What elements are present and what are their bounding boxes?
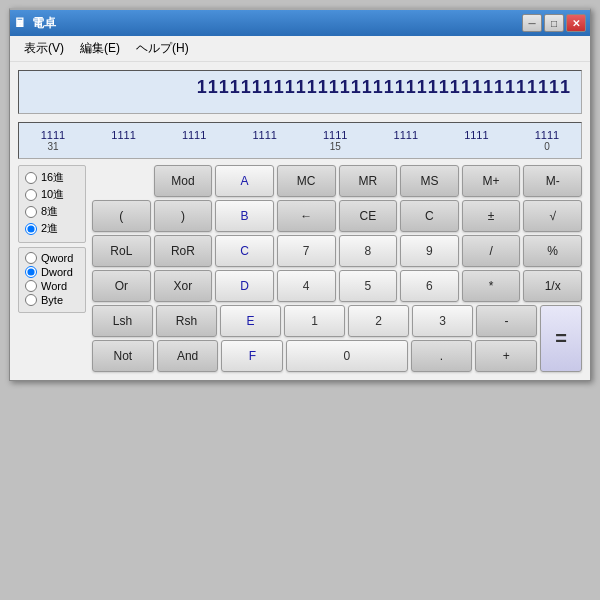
radio-word[interactable]: Word xyxy=(25,280,79,292)
radio-bin-input[interactable] xyxy=(25,223,37,235)
btn-C[interactable]: C xyxy=(400,200,459,232)
btn-Lsh[interactable]: Lsh xyxy=(92,305,153,337)
btn-C-hex[interactable]: C xyxy=(215,235,274,267)
btn-div[interactable]: / xyxy=(462,235,521,267)
btn-dot[interactable]: . xyxy=(411,340,473,372)
bit-group-5: 1111 xyxy=(380,129,432,152)
radio-hex-input[interactable] xyxy=(25,172,37,184)
radio-dec[interactable]: 10進 xyxy=(25,187,79,202)
bit-group-2: 1111 xyxy=(168,129,220,152)
btn-rparen[interactable]: ) xyxy=(154,200,213,232)
base-radio-group: 16進 10進 8進 2進 xyxy=(18,165,86,243)
bit-group-7: 1111 0 xyxy=(521,129,573,152)
title-bar-left: 🖩 電卓 xyxy=(14,15,56,32)
btn-backspace[interactable]: ← xyxy=(277,200,336,232)
btn-row-4: Or Xor D 4 5 6 * 1/x xyxy=(92,270,582,302)
bit-group-6: 1111 xyxy=(450,129,502,152)
btn-plusminus[interactable]: ± xyxy=(462,200,521,232)
close-button[interactable]: ✕ xyxy=(566,14,586,32)
window-title: 電卓 xyxy=(32,15,56,32)
bit-group-0: 1111 31 xyxy=(27,129,79,152)
btn-E[interactable]: E xyxy=(220,305,281,337)
btn-row-1: Mod A MC MR MS M+ M- xyxy=(92,165,582,197)
calc-body: 16進 10進 8進 2進 Qword xyxy=(18,165,582,372)
menu-bar: 表示(V) 編集(E) ヘルプ(H) xyxy=(10,36,590,62)
btn-Mminus[interactable]: M- xyxy=(523,165,582,197)
app-icon: 🖩 xyxy=(14,16,26,30)
btn-6[interactable]: 6 xyxy=(400,270,459,302)
btn-row-6: Not And F 0 . + xyxy=(92,340,537,372)
btn-MR[interactable]: MR xyxy=(339,165,398,197)
btn-lparen[interactable]: ( xyxy=(92,200,151,232)
radio-qword-input[interactable] xyxy=(25,252,37,264)
btn-7[interactable]: 7 xyxy=(277,235,336,267)
right-panel: Mod A MC MR MS M+ M- ( ) B ← CE C ± √ xyxy=(92,165,582,372)
btn-minus[interactable]: - xyxy=(476,305,537,337)
bit-display: 1111 31 1111 1111 1111 1111 15 1111 xyxy=(18,122,582,159)
bit-row: 1111 31 1111 1111 1111 1111 15 1111 xyxy=(27,129,573,152)
btn-MS[interactable]: MS xyxy=(400,165,459,197)
btn-plus[interactable]: + xyxy=(475,340,537,372)
btn-Or[interactable]: Or xyxy=(92,270,151,302)
btn-mul[interactable]: * xyxy=(462,270,521,302)
btn-0[interactable]: 0 xyxy=(286,340,407,372)
btn-RoR[interactable]: RoR xyxy=(154,235,213,267)
btn-mod[interactable]: Mod xyxy=(154,165,213,197)
btn-And[interactable]: And xyxy=(157,340,219,372)
radio-dword-input[interactable] xyxy=(25,266,37,278)
radio-oct-input[interactable] xyxy=(25,206,37,218)
radio-byte-input[interactable] xyxy=(25,294,37,306)
radio-qword[interactable]: Qword xyxy=(25,252,79,264)
btn-RoL[interactable]: RoL xyxy=(92,235,151,267)
btn-equals[interactable]: = xyxy=(540,305,582,372)
radio-oct[interactable]: 8進 xyxy=(25,204,79,219)
display: 1111111111111111111111111111111111 xyxy=(18,70,582,114)
btn-F[interactable]: F xyxy=(221,340,283,372)
title-controls: ─ □ ✕ xyxy=(522,14,586,32)
menu-help[interactable]: ヘルプ(H) xyxy=(130,38,195,59)
radio-dword[interactable]: Dword xyxy=(25,266,79,278)
calculator-window: 🖩 電卓 ─ □ ✕ 表示(V) 編集(E) ヘルプ(H) 1111111111… xyxy=(9,8,591,381)
bit-group-4: 1111 15 xyxy=(309,129,361,152)
radio-hex[interactable]: 16進 xyxy=(25,170,79,185)
radio-word-input[interactable] xyxy=(25,280,37,292)
btn-row-3: RoL RoR C 7 8 9 / % xyxy=(92,235,582,267)
radio-byte[interactable]: Byte xyxy=(25,294,79,306)
radio-bin[interactable]: 2進 xyxy=(25,221,79,236)
btn-8[interactable]: 8 xyxy=(339,235,398,267)
btn-9[interactable]: 9 xyxy=(400,235,459,267)
btn-Not[interactable]: Not xyxy=(92,340,154,372)
left-panel: 16進 10進 8進 2進 Qword xyxy=(18,165,86,372)
btn-3[interactable]: 3 xyxy=(412,305,473,337)
btn-percent[interactable]: % xyxy=(523,235,582,267)
bit-group-1: 1111 xyxy=(98,129,150,152)
btn-sqrt[interactable]: √ xyxy=(523,200,582,232)
btn-reciprocal[interactable]: 1/x xyxy=(523,270,582,302)
btn-Mplus[interactable]: M+ xyxy=(462,165,521,197)
bit-group-3: 1111 xyxy=(239,129,291,152)
btn-row-2: ( ) B ← CE C ± √ xyxy=(92,200,582,232)
btn-MC[interactable]: MC xyxy=(277,165,336,197)
btn-B[interactable]: B xyxy=(215,200,274,232)
btn-CE[interactable]: CE xyxy=(339,200,398,232)
btn-1[interactable]: 1 xyxy=(284,305,345,337)
maximize-button[interactable]: □ xyxy=(544,14,564,32)
menu-edit[interactable]: 編集(E) xyxy=(74,38,126,59)
btn-Xor[interactable]: Xor xyxy=(154,270,213,302)
btn-A[interactable]: A xyxy=(215,165,274,197)
btn-row-5: Lsh Rsh E 1 2 3 - xyxy=(92,305,537,337)
minimize-button[interactable]: ─ xyxy=(522,14,542,32)
title-bar: 🖩 電卓 ─ □ ✕ xyxy=(10,10,590,36)
word-radio-group: Qword Dword Word Byte xyxy=(18,247,86,313)
radio-dec-input[interactable] xyxy=(25,189,37,201)
menu-view[interactable]: 表示(V) xyxy=(18,38,70,59)
btn-4[interactable]: 4 xyxy=(277,270,336,302)
btn-2[interactable]: 2 xyxy=(348,305,409,337)
btn-D[interactable]: D xyxy=(215,270,274,302)
btn-5[interactable]: 5 xyxy=(339,270,398,302)
btn-Rsh[interactable]: Rsh xyxy=(156,305,217,337)
